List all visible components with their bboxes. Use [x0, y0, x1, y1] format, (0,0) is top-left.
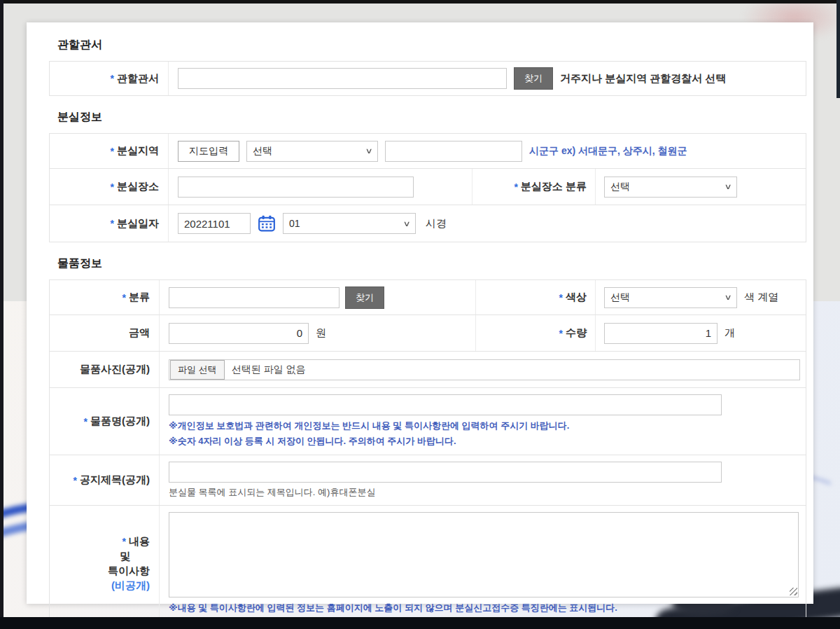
field-label-text: 내용	[129, 535, 150, 547]
select-value: 01	[289, 218, 300, 229]
section-title-item-info: 물품정보	[57, 256, 806, 271]
field-label-text: 금액	[129, 326, 150, 340]
jurisdiction-hint: 거주지나 분실지역 관할경찰서 선택	[560, 72, 727, 85]
hour-suffix: 시경	[426, 217, 447, 230]
loss-place-row: * 분실장소 * 분실장소 분류 선택 ∨	[50, 169, 806, 205]
color-suffix: 색 계열	[744, 291, 778, 304]
file-status-text: 선택된 파일 없음	[232, 364, 306, 376]
required-mark: *	[514, 181, 517, 193]
chevron-down-icon: ∨	[724, 293, 732, 302]
details-note: ※내용 및 특이사항란에 입력된 정보는 홈페이지에 노출이 되지 않으며 분실…	[169, 601, 617, 615]
color-cell: 선택 ∨ 색 계열	[596, 280, 806, 314]
item-info-table: * 분류 찾기 * 색상 선택 ∨ 색 계열 금액	[49, 279, 806, 622]
notice-title-hint: 분실물 목록에 표시되는 제목입니다. 예)휴대폰분실	[169, 486, 375, 499]
field-label-text: 색상	[566, 291, 587, 304]
jurisdiction-find-button[interactable]: 찾기	[514, 67, 553, 90]
chevron-down-icon: ∨	[402, 219, 410, 228]
field-label-loss-region: * 분실지역	[50, 134, 169, 168]
item-photo-row: 물품사진(공개) 파일 선택 선택된 파일 없음	[50, 352, 806, 388]
chevron-down-icon: ∨	[724, 182, 732, 191]
field-label-line: 및	[120, 550, 130, 562]
field-label-text: 분실지역	[117, 144, 159, 158]
select-value: 선택	[610, 181, 630, 193]
jurisdiction-row: * 관할관서 찾기 거주지나 분실지역 관할경찰서 선택	[50, 62, 806, 95]
jurisdiction-cell: 찾기 거주지나 분실지역 관할경찰서 선택	[169, 62, 806, 95]
details-cell: ※내용 및 특이사항란에 입력된 정보는 홈페이지에 노출이 되지 않으며 분실…	[160, 506, 806, 621]
required-mark: *	[111, 181, 114, 193]
background-right-strip	[836, 0, 840, 98]
loss-place-input[interactable]	[178, 177, 414, 198]
file-select-button[interactable]: 파일 선택	[170, 360, 225, 380]
amount-row: 금액 원 * 수량 개	[50, 315, 806, 352]
field-label-item-photo: 물품사진(공개)	[50, 352, 160, 387]
section-title-jurisdiction: 관할관서	[57, 38, 806, 53]
field-label-text: 분실장소 분류	[521, 180, 587, 193]
notice-title-cell: 분실물 목록에 표시되는 제목입니다. 예)휴대폰분실	[160, 455, 806, 505]
item-category-input[interactable]	[169, 287, 340, 308]
field-label-details: * 내용 및 특이사항 (비공개)	[50, 506, 160, 621]
field-label-loss-date: * 분실일자	[50, 205, 169, 242]
loss-date-cell: 01 ∨ 시경	[169, 205, 806, 242]
field-label-text: 수량	[566, 326, 587, 340]
field-label-text: 관할관서	[117, 72, 159, 85]
select-value: 선택	[253, 145, 272, 158]
required-mark: *	[559, 328, 563, 339]
file-input[interactable]: 파일 선택 선택된 파일 없음	[169, 359, 800, 380]
field-label-text: 공지제목(공개)	[80, 474, 150, 487]
item-photo-cell: 파일 선택 선택된 파일 없음	[160, 352, 806, 387]
loss-region-cell: 지도입력 선택 ∨ 시군구 ex) 서대문구, 상주시, 철원군	[169, 134, 806, 168]
item-category-cell: 찾기	[160, 280, 475, 314]
item-name-input[interactable]	[169, 394, 722, 415]
hour-select[interactable]: 01 ∨	[283, 213, 416, 234]
required-mark: *	[111, 146, 114, 157]
map-input-button[interactable]: 지도입력	[178, 141, 239, 162]
field-label-line: 특이사항	[108, 565, 150, 577]
item-category-find-button[interactable]: 찾기	[345, 286, 384, 309]
required-mark: *	[111, 73, 114, 84]
loss-date-input[interactable]	[178, 213, 251, 234]
item-name-row: * 물품명(공개) ※개인정보 보호법과 관련하여 개인정보는 반드시 내용 및…	[50, 388, 806, 455]
field-label-text: 물품명(공개)	[90, 415, 150, 428]
amount-unit: 원	[316, 326, 326, 340]
field-label-item-name: * 물품명(공개)	[50, 388, 160, 455]
field-label-quantity: * 수량	[475, 315, 596, 351]
field-label-color: * 색상	[475, 280, 596, 314]
item-name-note: ※개인정보 보호법과 관련하여 개인정보는 반드시 내용 및 특이사항란에 입력…	[169, 419, 569, 433]
place-category-cell: 선택 ∨	[596, 169, 806, 205]
field-label-notice-title: * 공지제목(공개)	[50, 455, 160, 505]
quantity-input[interactable]	[604, 323, 718, 344]
notice-title-row: * 공지제목(공개) 분실물 목록에 표시되는 제목입니다. 예)휴대폰분실	[50, 455, 806, 506]
notice-title-input[interactable]	[169, 462, 722, 483]
quantity-unit: 개	[724, 326, 735, 340]
background-bottom-bar	[0, 617, 840, 629]
district-hint: 시군구 ex) 서대문구, 상주시, 철원군	[529, 145, 687, 158]
background-top-strip	[0, 0, 840, 4]
select-value: 선택	[610, 291, 630, 304]
field-label-text: 물품사진(공개)	[80, 363, 150, 376]
jurisdiction-input[interactable]	[178, 68, 507, 89]
district-input[interactable]	[385, 141, 522, 162]
field-label-text: 분실일자	[117, 217, 159, 230]
required-mark: *	[84, 416, 88, 427]
loss-date-row: * 분실일자	[50, 205, 806, 242]
field-label-text: 분실장소	[117, 180, 159, 193]
form-panel: 관할관서 * 관할관서 찾기 거주지나 분실지역 관할경찰서 선택 분실정보 *…	[27, 22, 813, 604]
province-select[interactable]: 선택 ∨	[246, 141, 378, 162]
field-label-amount: 금액	[50, 315, 160, 351]
details-textarea-wrapper	[169, 512, 799, 597]
field-label-place-category: * 분실장소 분류	[472, 169, 596, 205]
jurisdiction-table: * 관할관서 찾기 거주지나 분실지역 관할경찰서 선택	[49, 61, 806, 96]
calendar-icon[interactable]	[258, 214, 276, 233]
amount-input[interactable]	[169, 323, 309, 344]
amount-cell: 원	[160, 315, 475, 351]
resize-handle-icon[interactable]	[790, 588, 797, 595]
private-label: (비공개)	[111, 579, 150, 592]
item-name-note: ※숫자 4자리 이상 등록 시 저장이 안됩니다. 주의하여 주시가 바랍니다.	[169, 434, 456, 448]
quantity-cell: 개	[596, 315, 806, 351]
required-mark: *	[559, 292, 563, 303]
required-mark: *	[111, 218, 114, 229]
color-select[interactable]: 선택 ∨	[604, 287, 737, 308]
place-category-select[interactable]: 선택 ∨	[604, 177, 737, 198]
details-textarea[interactable]	[169, 512, 799, 597]
required-mark: *	[122, 536, 125, 547]
